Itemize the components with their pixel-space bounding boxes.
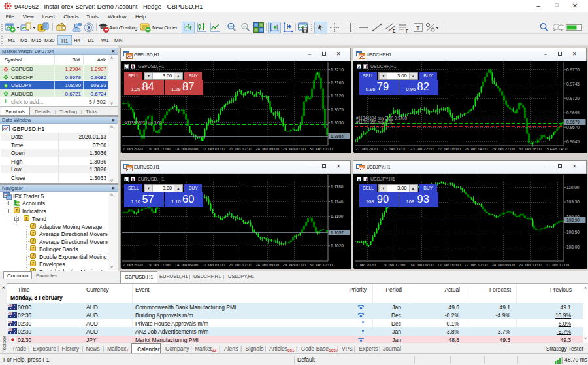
svg-text:7 Jan 2020: 7 Jan 2020 xyxy=(123,147,143,151)
svg-text:28 Jan 14:00: 28 Jan 14:00 xyxy=(465,147,488,151)
svg-text:29 Jan 01:00: 29 Jan 01:00 xyxy=(282,262,306,267)
svg-text:3 Feb 14:00: 3 Feb 14:00 xyxy=(547,147,569,151)
svg-text:17 Jan 01:00: 17 Jan 01:00 xyxy=(437,262,461,267)
svg-text:#11392203 buy 3.00: #11392203 buy 3.00 xyxy=(125,120,162,126)
svg-text:23 Jan 22:00: 23 Jan 22:00 xyxy=(410,147,434,151)
svg-text:31 Jan 17:00: 31 Jan 17:00 xyxy=(546,262,569,267)
svg-text:17 Jan 01:00: 17 Jan 01:00 xyxy=(202,147,225,151)
svg-text:29 Jan 01:00: 29 Jan 01:00 xyxy=(519,262,542,267)
svg-text:24 Jan 09:00: 24 Jan 09:00 xyxy=(255,147,279,151)
svg-text:31 Jan 17:00: 31 Jan 17:00 xyxy=(310,147,333,151)
svg-text:29 Jan 01:00: 29 Jan 01:00 xyxy=(282,147,306,151)
svg-text:1.3030: 1.3030 xyxy=(331,120,344,125)
svg-text:31 Jan 17:00: 31 Jan 17:00 xyxy=(310,262,333,267)
svg-text:110.00: 110.00 xyxy=(566,185,580,190)
svg-text:1.3120: 1.3120 xyxy=(331,94,344,98)
svg-text:21 Jan 17:00: 21 Jan 17:00 xyxy=(465,262,488,267)
svg-text:9 Jan 17:00: 9 Jan 17:00 xyxy=(149,147,171,151)
svg-text:$: $ xyxy=(40,25,43,31)
svg-text:0.9720: 0.9720 xyxy=(566,96,580,101)
svg-text:24 Jan 09:00: 24 Jan 09:00 xyxy=(255,262,279,267)
svg-text:108.50: 108.50 xyxy=(566,230,580,234)
svg-text:21 Jan 2020: 21 Jan 2020 xyxy=(355,147,378,151)
svg-text:14 Jan 09:00: 14 Jan 09:00 xyxy=(175,262,199,267)
svg-text:14 Jan 09:00: 14 Jan 09:00 xyxy=(410,262,434,267)
svg-text:0.9770: 0.9770 xyxy=(566,67,580,72)
svg-text:22 Jan 14:00: 22 Jan 14:00 xyxy=(383,147,406,151)
svg-text:0.9670: 0.9670 xyxy=(566,125,580,130)
svg-text:1.1020: 1.1020 xyxy=(331,243,344,248)
svg-text:27 Jan 06:00: 27 Jan 06:00 xyxy=(437,147,461,151)
svg-text:#11391958 buy 3.00: #11391958 buy 3.00 xyxy=(356,120,393,125)
svg-text:F: F xyxy=(406,29,408,33)
svg-text:108.90: 108.90 xyxy=(566,218,580,222)
svg-text:31 Jan 06:00: 31 Jan 06:00 xyxy=(519,147,542,151)
svg-text:108.00: 108.00 xyxy=(566,245,580,249)
svg-text:1.1140: 1.1140 xyxy=(331,200,344,204)
svg-text:7 Jan 2020: 7 Jan 2020 xyxy=(355,262,376,267)
svg-text:1.1180: 1.1180 xyxy=(331,184,344,189)
svg-text:0.9679: 0.9679 xyxy=(566,120,580,124)
svg-text:21 Jan 17:00: 21 Jan 17:00 xyxy=(229,147,252,151)
svg-text:109.50: 109.50 xyxy=(566,200,580,204)
svg-text:0.9645: 0.9645 xyxy=(566,139,580,144)
svg-text:9 Jan 17:00: 9 Jan 17:00 xyxy=(149,262,171,267)
svg-text:0.9695: 0.9695 xyxy=(566,111,580,115)
svg-text:21 Jan 17:00: 21 Jan 17:00 xyxy=(229,262,252,267)
svg-text:24 Jan 09:00: 24 Jan 09:00 xyxy=(491,262,515,267)
svg-text:1.1057: 1.1057 xyxy=(331,230,344,235)
svg-text:1.1100: 1.1100 xyxy=(331,214,344,218)
svg-text:7 Jan 2020: 7 Jan 2020 xyxy=(123,262,143,267)
svg-text:1.2984: 1.2984 xyxy=(331,134,344,139)
svg-text:9 Jan 17:00: 9 Jan 17:00 xyxy=(384,262,406,267)
svg-text:T: T xyxy=(416,24,420,31)
svg-text:1.3210: 1.3210 xyxy=(331,67,344,72)
svg-text:14 Jan 09:00: 14 Jan 09:00 xyxy=(175,147,199,151)
svg-text:0.9745: 0.9745 xyxy=(566,82,580,86)
svg-text:17 Jan 01:00: 17 Jan 01:00 xyxy=(202,262,225,267)
svg-text:1.3165: 1.3165 xyxy=(331,80,344,85)
svg-text:1.3075: 1.3075 xyxy=(331,107,344,112)
svg-text:E: E xyxy=(393,29,396,33)
svg-text:29 Jan 22:00: 29 Jan 22:00 xyxy=(491,147,515,151)
